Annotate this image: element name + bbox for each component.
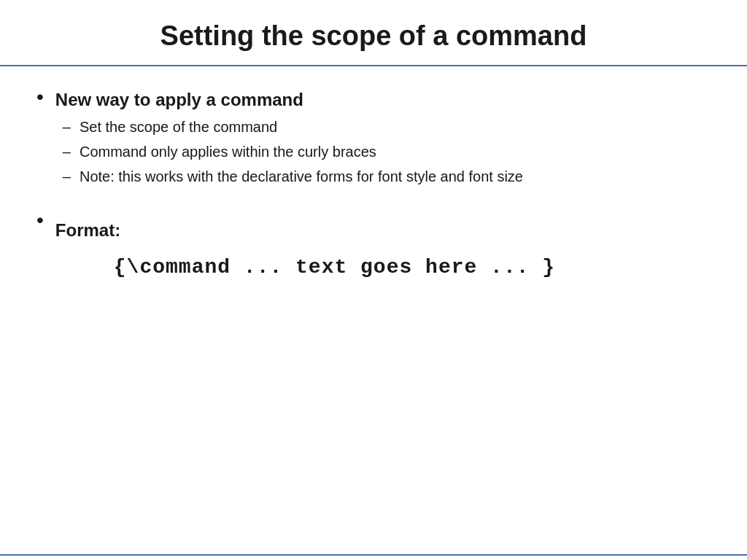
- sub-dash-2: –: [63, 141, 71, 162]
- sub-text-1-2: Command only applies within the curly br…: [80, 141, 376, 162]
- slide: Setting the scope of a command • New way…: [0, 0, 747, 560]
- bullet-item-1: • New way to apply a command – Set the s…: [36, 88, 711, 191]
- slide-title: Setting the scope of a command: [29, 20, 718, 52]
- slide-footer: [0, 554, 747, 560]
- sub-item-1-1: – Set the scope of the command: [63, 117, 711, 137]
- sub-list-1: – Set the scope of the command – Command…: [55, 117, 711, 187]
- sub-dash-1: –: [63, 117, 71, 137]
- bullet-item-2: • Format: {\command ... text goes here .…: [36, 211, 711, 279]
- slide-header: Setting the scope of a command: [0, 0, 747, 66]
- bullet-label-1: New way to apply a command: [55, 90, 303, 109]
- bullet-content-1: New way to apply a command – Set the sco…: [55, 88, 711, 191]
- format-code: {\command ... text goes here ... }: [114, 256, 711, 279]
- sub-text-1-3: Note: this works with the declarative fo…: [80, 166, 523, 187]
- sub-item-1-2: – Command only applies within the curly …: [63, 141, 711, 162]
- bullet-label-2: Format:: [55, 220, 120, 240]
- bullet-dot-1: •: [36, 85, 44, 109]
- sub-dash-3: –: [63, 166, 71, 187]
- bullet-list: • New way to apply a command – Set the s…: [36, 88, 711, 279]
- slide-content: • New way to apply a command – Set the s…: [0, 66, 747, 554]
- bullet-content-2: Format: {\command ... text goes here ...…: [55, 219, 711, 279]
- sub-text-1-1: Set the scope of the command: [80, 117, 277, 137]
- bullet-dot-2: •: [36, 209, 44, 232]
- sub-item-1-3: – Note: this works with the declarative …: [63, 166, 711, 187]
